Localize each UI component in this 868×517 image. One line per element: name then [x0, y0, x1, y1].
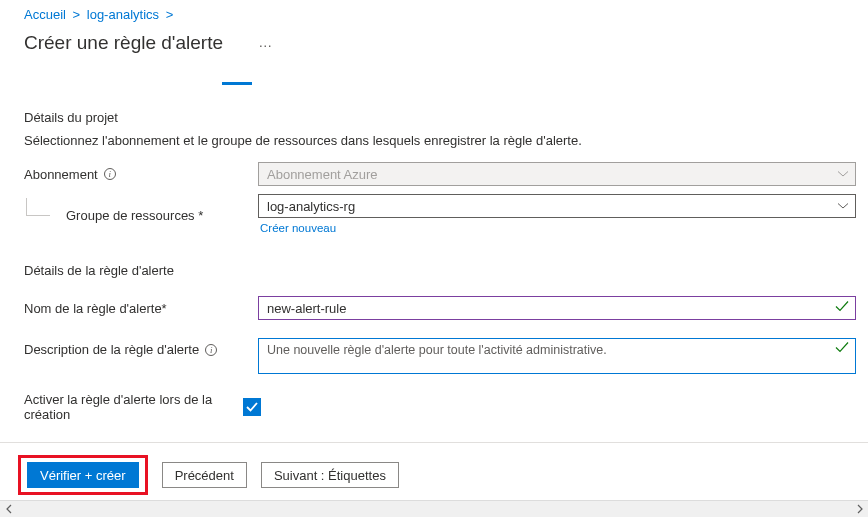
more-icon[interactable]: …	[258, 34, 274, 50]
chevron-down-icon	[837, 170, 849, 178]
create-new-link[interactable]: Créer nouveau	[260, 222, 336, 234]
subscription-select[interactable]: Abonnement Azure	[258, 162, 856, 186]
rule-details-heading: Détails de la règle d'alerte	[24, 263, 856, 278]
project-details-desc: Sélectionnez l'abonnement et le groupe d…	[24, 133, 856, 148]
scroll-left-icon[interactable]	[0, 501, 17, 518]
check-icon	[835, 301, 849, 316]
rule-name-label: Nom de la règle d'alerte*	[24, 301, 258, 316]
info-icon[interactable]: i	[205, 344, 217, 356]
horizontal-scrollbar[interactable]	[0, 500, 868, 517]
scroll-right-icon[interactable]	[851, 501, 868, 518]
resource-group-label: Groupe de ressources *	[24, 206, 258, 223]
subscription-label: Abonnement i	[24, 167, 258, 182]
info-icon[interactable]: i	[104, 168, 116, 180]
breadcrumb-log-analytics[interactable]: log-analytics	[87, 7, 159, 22]
chevron-right-icon: >	[73, 7, 81, 22]
rule-desc-label: Description de la règle d'alerte i	[24, 338, 258, 357]
footer-actions: Vérifier + créer Précédent Suivant : Éti…	[0, 442, 868, 495]
rule-name-input[interactable]: new-alert-rule	[258, 296, 856, 320]
resource-group-select[interactable]: log-analytics-rg	[258, 194, 856, 218]
chevron-right-icon: >	[166, 7, 174, 22]
project-details-heading: Détails du projet	[24, 110, 856, 125]
tab-indicator	[222, 82, 252, 85]
breadcrumb: Accueil > log-analytics >	[0, 0, 868, 22]
enable-rule-checkbox[interactable]	[243, 398, 261, 416]
enable-rule-label: Activer la règle d'alerte lors de la cré…	[24, 392, 258, 422]
next-button[interactable]: Suivant : Étiquettes	[261, 462, 399, 488]
verify-create-button[interactable]: Vérifier + créer	[27, 462, 139, 488]
page-title: Créer une règle d'alerte …	[0, 22, 868, 54]
highlight-ring: Vérifier + créer	[18, 455, 148, 495]
rule-desc-input[interactable]: Une nouvelle règle d'alerte pour toute l…	[258, 338, 856, 374]
previous-button[interactable]: Précédent	[162, 462, 247, 488]
chevron-down-icon	[837, 202, 849, 210]
breadcrumb-home[interactable]: Accueil	[24, 7, 66, 22]
check-icon	[835, 342, 849, 357]
